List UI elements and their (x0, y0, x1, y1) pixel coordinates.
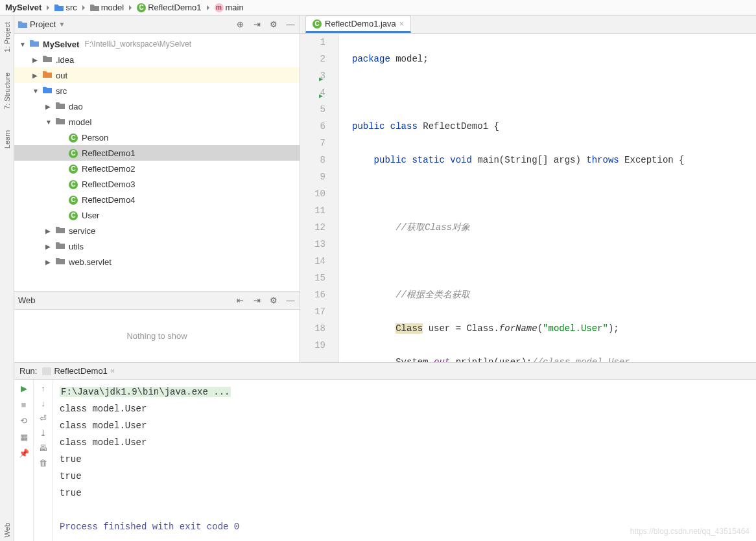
web-panel: Web ⇤ ⇥ ⚙ — Nothing to show (14, 291, 300, 362)
tree-reflectdemo4[interactable]: CReflectDemo4 (14, 192, 300, 207)
run-tool-col2: ↑ ↓ ⏎ ⤓ 🖶 🗑 (34, 380, 53, 541)
project-panel: Project ▼ ⊕ ⇥ ⚙ — ▼MySelvetF:\IntelliJ_w… (14, 16, 300, 362)
code-content[interactable]: package model; public class ReflectDemo1… (339, 34, 756, 362)
chevron-right-icon (204, 4, 212, 12)
tree-out[interactable]: ▶out (14, 67, 300, 83)
expand-icon[interactable]: ⇤ (235, 295, 245, 306)
chevron-right-icon (80, 4, 88, 12)
tab-reflectdemo1[interactable]: C ReflectDemo1.java × (305, 16, 411, 33)
gutter: 1 2 3▶ 4▶ 5 6 7 8 9 10 11 12 13 14 (300, 34, 339, 362)
close-icon[interactable]: × (399, 19, 404, 29)
breadcrumb: MySelvet src model CReflectDemo1 mmain (0, 0, 756, 16)
tree-root[interactable]: ▼MySelvetF:\IntelliJ_workspace\MySelvet (14, 36, 300, 52)
gear-icon[interactable]: ⚙ (268, 19, 279, 30)
up-arrow-icon[interactable]: ↑ (41, 384, 45, 393)
pin-icon[interactable]: 📌 (19, 448, 29, 458)
run-panel: Run: ReflectDemo1 × ▶ ■ ⟲ ▦ 📌 ↑ ↓ (14, 363, 756, 541)
run-config-name[interactable]: ReflectDemo1 (54, 366, 107, 376)
console-output[interactable]: F:\Java\jdk1.9\bin\java.exe ... class mo… (53, 380, 756, 541)
tree-reflectdemo2[interactable]: CReflectDemo2 (14, 161, 300, 176)
collapse-icon[interactable]: ⇥ (252, 295, 262, 306)
tree-user[interactable]: CUser (14, 207, 300, 223)
crumb-method[interactable]: mmain (215, 3, 244, 12)
locate-icon[interactable]: ⊕ (235, 19, 245, 30)
run-header: Run: ReflectDemo1 × (14, 363, 756, 380)
project-tree: ▼MySelvetF:\IntelliJ_workspace\MySelvet … (14, 34, 300, 291)
tree-src[interactable]: ▼src (14, 83, 300, 98)
tree-dao[interactable]: ▶dao (14, 98, 300, 114)
tree-service[interactable]: ▶service (14, 223, 300, 238)
stop-button[interactable]: ■ (21, 400, 27, 409)
web-title: Web (18, 295, 36, 305)
gear-icon[interactable]: ⚙ (268, 295, 279, 306)
down-arrow-icon[interactable]: ↓ (41, 398, 45, 408)
watermark: https://blog.csdn.net/qq_43515464 (630, 527, 750, 536)
web-empty-label: Nothing to show (14, 310, 300, 362)
dropdown-icon[interactable]: ▼ (58, 21, 65, 28)
project-panel-header: Project ▼ ⊕ ⇥ ⚙ — (14, 16, 300, 34)
tree-utils[interactable]: ▶utils (14, 238, 300, 254)
debug-icon[interactable]: ⟲ (20, 416, 27, 426)
crumb-model[interactable]: model (90, 3, 124, 12)
svg-rect-0 (42, 367, 51, 375)
minimize-icon[interactable]: — (285, 295, 296, 306)
print-icon[interactable]: 🖶 (39, 443, 47, 453)
minimize-icon[interactable]: — (285, 19, 296, 30)
tree-reflectdemo1[interactable]: CReflectDemo1 (14, 145, 300, 161)
editor-tabs: C ReflectDemo1.java × (300, 16, 756, 34)
code-area[interactable]: 1 2 3▶ 4▶ 5 6 7 8 9 10 11 12 13 14 (300, 34, 756, 362)
crumb-class[interactable]: CReflectDemo1 (137, 3, 201, 12)
run-label: Run: (19, 366, 37, 376)
scroll-icon[interactable]: ⤓ (40, 428, 47, 438)
layout-icon[interactable]: ▦ (20, 432, 28, 442)
crumb-root[interactable]: MySelvet (5, 3, 41, 12)
crumb-src[interactable]: src (54, 3, 77, 12)
wrap-icon[interactable]: ⏎ (40, 413, 47, 423)
tree-reflectdemo3[interactable]: CReflectDemo3 (14, 176, 300, 192)
run-tool-col1: ▶ ■ ⟲ ▦ 📌 (14, 380, 34, 541)
trash-icon[interactable]: 🗑 (39, 458, 47, 468)
tool-tab-learn[interactable]: Learn (2, 126, 12, 152)
project-title[interactable]: Project (30, 19, 56, 29)
tool-tab-web[interactable]: Web (2, 519, 12, 541)
tool-tab-structure[interactable]: 7: Structure (2, 69, 12, 113)
run-button[interactable]: ▶ (21, 384, 27, 393)
tree-model[interactable]: ▼model (14, 114, 300, 130)
tree-webservlet[interactable]: ▶web.servlet (14, 254, 300, 270)
tree-idea[interactable]: ▶.idea (14, 52, 300, 67)
chevron-right-icon (44, 4, 52, 12)
editor-panel: C ReflectDemo1.java × 1 2 3▶ 4▶ 5 6 7 8 (300, 16, 756, 362)
left-tool-stripe: 1: Project 7: Structure Learn Web (0, 16, 14, 541)
close-icon[interactable]: × (110, 366, 115, 376)
tool-tab-project[interactable]: 1: Project (2, 18, 12, 56)
collapse-icon[interactable]: ⇥ (252, 19, 262, 30)
tree-person[interactable]: CPerson (14, 130, 300, 145)
chevron-right-icon (126, 4, 134, 12)
